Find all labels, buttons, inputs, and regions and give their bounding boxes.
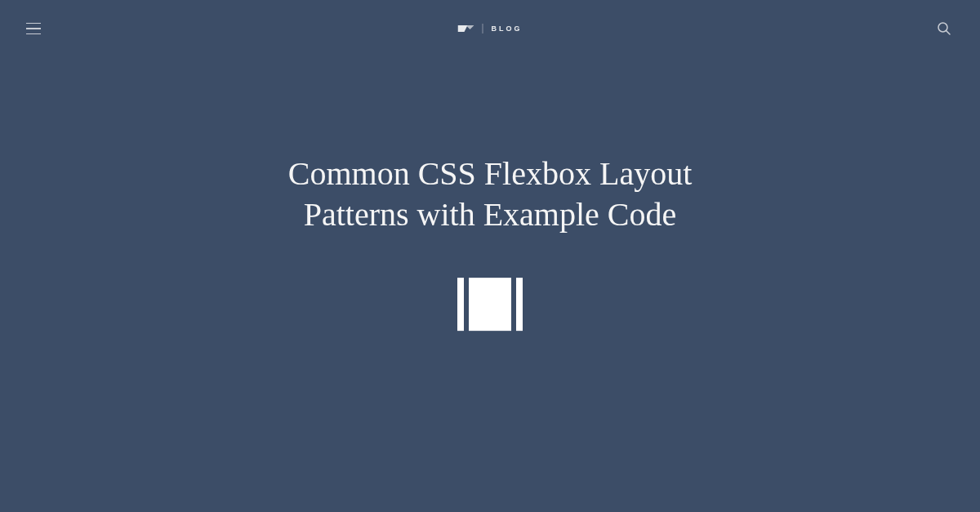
flexbox-column-icon	[516, 278, 523, 331]
search-icon	[937, 21, 951, 36]
svg-line-1	[947, 31, 951, 35]
blog-label: BLOG	[492, 24, 523, 33]
menu-button[interactable]	[26, 19, 46, 38]
logo-divider	[483, 24, 483, 33]
main-content: Common CSS Flexbox Layout Patterns with …	[0, 154, 980, 331]
flexbox-column-icon	[457, 278, 464, 331]
logo-icon	[458, 24, 474, 33]
logo-container[interactable]: BLOG	[458, 24, 523, 33]
hamburger-icon	[26, 23, 41, 24]
hero-graphic	[457, 278, 523, 331]
page-title: Common CSS Flexbox Layout Patterns with …	[261, 154, 719, 235]
hamburger-icon	[26, 33, 41, 35]
hamburger-icon	[26, 28, 41, 29]
header: BLOG	[0, 0, 980, 57]
flexbox-column-icon	[469, 278, 511, 331]
search-button[interactable]	[934, 19, 954, 38]
